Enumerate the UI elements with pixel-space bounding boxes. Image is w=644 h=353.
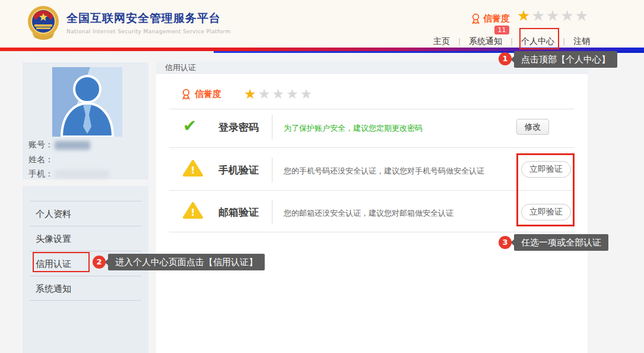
medal-icon: [471, 13, 481, 24]
redacted-account-value: [55, 141, 90, 150]
account-label: 账号：: [28, 140, 53, 150]
tooltip-step-1: 点击顶部【个人中心】: [514, 51, 617, 68]
divider: [169, 109, 575, 109]
warning-icon: !: [183, 201, 203, 222]
highlight-frame-credit-verification: [33, 252, 90, 272]
name-label: 姓名：: [28, 155, 53, 165]
sidebar-item-system-notice[interactable]: 系统通知: [30, 276, 141, 301]
nav-separator: |: [458, 37, 461, 46]
phone-label: 手机：: [28, 169, 53, 179]
profile-account-row: 账号：: [28, 139, 90, 151]
reputation-label: 信誉度: [483, 13, 510, 24]
tooltip-text: 进入个人中心页面点击【信用认证】: [115, 257, 258, 267]
step-2-marker: 2: [93, 256, 106, 269]
star-icon: ★: [575, 7, 589, 24]
nav-home[interactable]: 主页: [433, 36, 450, 47]
row-title: 邮箱验证: [218, 206, 259, 219]
step-1-marker: 1: [499, 52, 512, 65]
site-title: 全国互联网安全管理服务平台: [66, 11, 231, 26]
row-title: 登录密码: [218, 121, 259, 134]
star-icon: ★: [272, 86, 286, 102]
highlight-frame-personal-center: [519, 28, 559, 49]
star-icon: ★: [546, 7, 560, 24]
police-badge-logo-icon: [27, 5, 60, 41]
profile-phone-row: 手机：: [28, 168, 109, 180]
nav-separator: |: [563, 37, 565, 46]
notification-badge: 11: [494, 26, 509, 34]
star-icon: ★: [258, 86, 272, 102]
sidebar-item-avatar-settings[interactable]: 头像设置: [30, 226, 141, 251]
redacted-phone-value: [55, 170, 109, 178]
divider: [272, 115, 272, 140]
star-icon: ★: [531, 7, 545, 24]
reputation-row: 信誉度 ★★★★★: [181, 86, 314, 102]
reputation-stars: ★★★★★: [244, 86, 314, 102]
nav-system-notice[interactable]: 系统通知: [469, 36, 502, 47]
star-icon: ★: [560, 7, 575, 24]
brand: 全国互联网安全管理服务平台 National Internet Security…: [66, 11, 231, 34]
highlight-frame-verify-buttons: [516, 153, 575, 226]
divider: [169, 232, 575, 232]
site-subtitle: National Internet Security Management Se…: [66, 29, 231, 34]
reputation-stars: ★★★★★: [517, 7, 589, 24]
tooltip-text: 任选一项或全部认证: [521, 237, 601, 248]
reputation-header: 信誉度: [471, 13, 510, 24]
row-title: 手机验证: [218, 163, 259, 177]
tooltip-step-3: 任选一项或全部认证: [514, 234, 608, 251]
profile-card: 账号： 姓名： 手机：: [23, 62, 148, 179]
warning-icon: !: [183, 159, 203, 179]
star-icon: ★: [286, 86, 300, 102]
row-description: 您的手机号码还没安全认证，建议您对手机号码做安全认证: [284, 166, 484, 176]
tooltip-step-2: 进入个人中心页面点击【信用认证】: [108, 254, 265, 270]
divider: [272, 200, 272, 225]
tooltip-text: 点击顶部【个人中心】: [521, 54, 610, 65]
star-icon: ★: [517, 7, 531, 24]
reputation-label: 信誉度: [195, 89, 221, 100]
check-icon: ✔: [183, 116, 196, 135]
step-3-marker: 3: [499, 236, 512, 249]
page: 全国互联网安全管理服务平台 National Internet Security…: [0, 0, 644, 353]
exclamation-mark: !: [191, 165, 195, 176]
row-description: 您的邮箱还没安全认证，建议您对邮箱做安全认证: [284, 208, 453, 219]
divider: [169, 190, 575, 191]
star-icon: ★: [300, 86, 315, 102]
modify-button[interactable]: 修改: [516, 119, 549, 135]
divider: [169, 147, 575, 148]
divider: [272, 157, 272, 182]
row-description: 为了保护账户安全，建议您定期更改密码: [284, 123, 423, 134]
medal-icon: [181, 89, 191, 100]
nav-separator: |: [510, 37, 513, 46]
sidebar-item-profile[interactable]: 个人资料: [30, 201, 141, 226]
profile-name-row: 姓名：: [28, 154, 53, 166]
top-nav: 主页 | 系统通知 | 个人中心 | 注销: [433, 36, 590, 47]
exclamation-mark: !: [191, 207, 195, 218]
avatar: [52, 67, 122, 137]
nav-logout[interactable]: 注销: [573, 36, 590, 47]
star-icon: ★: [244, 86, 258, 102]
